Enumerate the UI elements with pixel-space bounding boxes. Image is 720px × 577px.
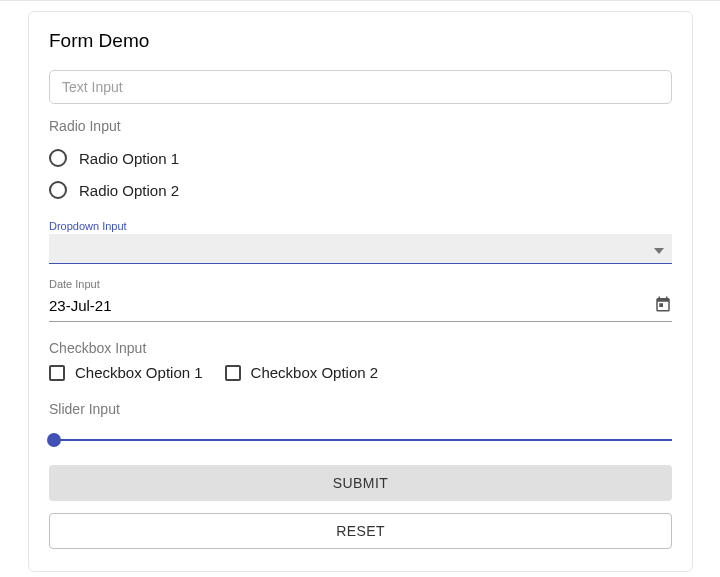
checkbox-row: Checkbox Option 1 Checkbox Option 2 <box>49 364 672 381</box>
checkbox-option-2-label: Checkbox Option 2 <box>251 364 379 381</box>
date-label: Date Input <box>49 278 672 290</box>
slider-label: Slider Input <box>49 401 672 417</box>
calendar-icon <box>654 295 672 317</box>
checkbox-unchecked-icon <box>49 365 65 381</box>
radio-option-2-label: Radio Option 2 <box>79 182 179 199</box>
form-card: Form Demo Radio Input Radio Option 1 Rad… <box>28 11 693 572</box>
slider-block: Slider Input <box>49 401 672 441</box>
radio-label: Radio Input <box>49 118 672 134</box>
checkbox-label: Checkbox Input <box>49 340 672 356</box>
slider-input[interactable] <box>49 439 672 441</box>
radio-unchecked-icon <box>49 181 67 199</box>
slider-thumb[interactable] <box>47 433 61 447</box>
checkbox-block: Checkbox Input Checkbox Option 1 Checkbo… <box>49 340 672 381</box>
text-input[interactable] <box>49 70 672 104</box>
radio-option-1[interactable]: Radio Option 1 <box>49 142 672 174</box>
chevron-down-icon <box>654 240 664 258</box>
dropdown-label: Dropdown Input <box>49 220 672 232</box>
submit-button[interactable]: SUBMIT <box>49 465 672 501</box>
checkbox-unchecked-icon <box>225 365 241 381</box>
dropdown-block: Dropdown Input <box>49 220 672 264</box>
date-input[interactable]: 23-Jul-21 <box>49 292 672 322</box>
radio-option-2[interactable]: Radio Option 2 <box>49 174 672 206</box>
reset-button[interactable]: RESET <box>49 513 672 549</box>
dropdown-input[interactable] <box>49 234 672 264</box>
radio-unchecked-icon <box>49 149 67 167</box>
checkbox-option-1-label: Checkbox Option 1 <box>75 364 203 381</box>
checkbox-option-2[interactable]: Checkbox Option 2 <box>225 364 379 381</box>
date-value: 23-Jul-21 <box>49 297 112 314</box>
checkbox-option-1[interactable]: Checkbox Option 1 <box>49 364 203 381</box>
radio-group: Radio Input Radio Option 1 Radio Option … <box>49 118 672 206</box>
date-block: Date Input 23-Jul-21 <box>49 278 672 322</box>
radio-option-1-label: Radio Option 1 <box>79 150 179 167</box>
page-title: Form Demo <box>49 30 672 52</box>
